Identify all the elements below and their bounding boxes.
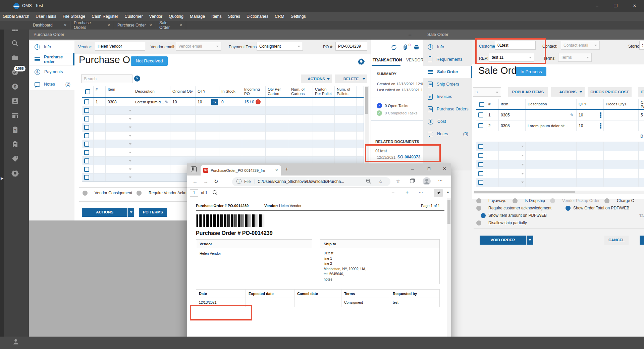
so-nav-invoices[interactable]: INInvoices bbox=[423, 91, 471, 103]
back-icon[interactable]: ← bbox=[193, 179, 198, 184]
user-profile-icon[interactable] bbox=[12, 338, 19, 345]
po-empty-row[interactable] bbox=[82, 132, 364, 140]
po-number-input[interactable] bbox=[335, 42, 367, 51]
table-settings-gear-icon[interactable] bbox=[358, 58, 365, 65]
settings-gear-icon[interactable] bbox=[11, 169, 19, 177]
so-table-row[interactable]: 2 0308 Lorem ipsum dolor sit... 10 bbox=[476, 120, 644, 131]
tab-close-icon[interactable]: ✕ bbox=[275, 168, 278, 172]
favorites-bar-icon[interactable]: ☆︎ bbox=[396, 178, 400, 184]
browser-minimize-button[interactable]: – bbox=[411, 166, 414, 171]
po-actions-button[interactable]: ACTIONS bbox=[301, 74, 332, 83]
row-checkbox[interactable] bbox=[478, 180, 483, 185]
address-url[interactable]: C:/Users/Karina_Shchitova/Downloads/Purc… bbox=[258, 179, 362, 184]
tab-close-icon[interactable]: ✕ bbox=[149, 23, 152, 28]
menu-cash-register[interactable]: Cash Register bbox=[92, 14, 118, 19]
window-close-button[interactable]: ✕ bbox=[631, 3, 638, 9]
pdf-zoom-in-icon[interactable]: + bbox=[406, 189, 409, 195]
po-empty-row[interactable] bbox=[82, 106, 364, 115]
so-nav-sale-order[interactable]: Sale Order bbox=[423, 66, 472, 78]
po-search-input[interactable] bbox=[81, 74, 132, 83]
add-favorite-star-icon[interactable]: ☆ bbox=[378, 179, 383, 185]
po-nav-purchase-order[interactable]: Purchase order bbox=[30, 53, 74, 65]
incoming-po-link[interactable]: 15 / 0 bbox=[244, 100, 254, 104]
discount-link[interactable]: D bbox=[640, 134, 643, 139]
row-checkbox[interactable] bbox=[478, 153, 483, 158]
payment-terms-dropdown[interactable]: Consigment bbox=[257, 42, 303, 51]
row-checkbox[interactable] bbox=[84, 150, 89, 155]
popular-items-button[interactable]: POPULAR ITEMS bbox=[508, 87, 548, 97]
browser-close-button[interactable]: ✕ bbox=[443, 166, 446, 171]
forward-icon[interactable]: → bbox=[203, 179, 208, 184]
so-empty-row[interactable] bbox=[476, 151, 644, 160]
po-nav-notes[interactable]: Notes(2) bbox=[30, 78, 74, 90]
store-input[interactable] bbox=[639, 41, 644, 50]
so-empty-row[interactable] bbox=[476, 160, 644, 169]
row-checkbox[interactable] bbox=[84, 167, 89, 172]
so-table-hscrollbar[interactable] bbox=[474, 191, 644, 194]
row-checkbox[interactable] bbox=[478, 123, 483, 128]
so-empty-row[interactable] bbox=[476, 142, 644, 151]
row-checkbox[interactable] bbox=[478, 112, 483, 117]
items-button-cut[interactable]: IT bbox=[638, 87, 644, 97]
menu-crm[interactable]: CRM bbox=[275, 14, 284, 19]
po-nav-info[interactable]: iInfo bbox=[30, 41, 74, 53]
clipboard-question-icon[interactable]: ? bbox=[11, 126, 19, 134]
row-checkbox[interactable] bbox=[478, 162, 483, 167]
edit-pencil-icon[interactable]: ✎ bbox=[570, 113, 574, 117]
so-nav-purchase-orders[interactable]: POPurchase Orders bbox=[423, 103, 471, 115]
terms-dropdown[interactable]: Terms bbox=[558, 53, 592, 62]
row-checkbox[interactable] bbox=[84, 108, 89, 113]
so-filter-dropdown[interactable]: s bbox=[473, 87, 501, 97]
po-empty-row[interactable] bbox=[82, 123, 364, 132]
page-info-icon[interactable]: i bbox=[236, 179, 241, 184]
scroll-up-arrow[interactable]: ▲ bbox=[446, 190, 449, 194]
row-menu-icon[interactable] bbox=[600, 123, 601, 129]
menu-manage[interactable]: Manage bbox=[190, 14, 205, 19]
new-tab-icon[interactable]: + bbox=[285, 166, 288, 172]
check-price-cost-button[interactable]: CHECK PRICE COST bbox=[588, 87, 632, 97]
menu-customer[interactable]: Customer bbox=[124, 14, 143, 19]
so-nav-cost[interactable]: $Cost bbox=[423, 115, 471, 128]
void-order-button[interactable]: VOID ORDER bbox=[480, 236, 526, 245]
files-icon[interactable] bbox=[11, 54, 19, 62]
menu-settings[interactable]: Settings bbox=[291, 14, 306, 19]
menu-global-search[interactable]: Global Search bbox=[3, 14, 29, 19]
menu-stores[interactable]: Stores bbox=[228, 14, 240, 19]
row-checkbox[interactable] bbox=[478, 144, 483, 149]
tab-sale-order[interactable]: Sale Order✕ bbox=[156, 21, 186, 30]
browser-tab[interactable]: PDF PurchaseOrder_PO-0014239_fro ✕ bbox=[201, 165, 281, 176]
vendor-email-dropdown[interactable]: Vendor email bbox=[176, 42, 221, 51]
po-footer-actions-dropdown[interactable] bbox=[128, 208, 134, 217]
tab-actions-icon[interactable] bbox=[191, 166, 197, 172]
row-checkbox[interactable] bbox=[84, 99, 89, 104]
select-all-checkbox[interactable] bbox=[85, 89, 90, 94]
save-button-cut[interactable] bbox=[640, 236, 644, 245]
so-table-row[interactable]: 1 0305 ✎ 10 5 bbox=[476, 110, 644, 120]
window-minimize-button[interactable]: – bbox=[594, 3, 600, 9]
menu-vendor[interactable]: Vendor bbox=[149, 14, 163, 19]
po-table-row[interactable]: 1 0308 Lorem ipsum d...✎ 10 10S 0 15 / 0… bbox=[82, 98, 364, 106]
pdf-scrollbar[interactable] bbox=[447, 198, 451, 349]
so-empty-row[interactable] bbox=[476, 169, 644, 178]
pdf-pin-icon[interactable] bbox=[434, 189, 443, 197]
window-restore-button[interactable]: ❐ bbox=[612, 3, 619, 9]
clear-search-icon[interactable]: ✕ bbox=[134, 76, 140, 82]
menu-dictionaries[interactable]: Dictionaries bbox=[247, 14, 268, 19]
so-nav-info[interactable]: iInfo bbox=[423, 41, 471, 53]
edit-pencil-icon[interactable]: ✎ bbox=[165, 100, 168, 104]
tab-transaction[interactable]: TRANSACTION bbox=[373, 58, 402, 62]
po-footer-actions-button[interactable]: ACTIONS bbox=[82, 208, 127, 217]
tab-purchase-orders[interactable]: Purchase Orders✕ bbox=[70, 21, 114, 30]
po-empty-row[interactable] bbox=[82, 115, 364, 123]
tab-purchase-order[interactable]: Purchase Order✕ bbox=[114, 21, 156, 30]
tab-close-icon[interactable]: ✕ bbox=[64, 23, 67, 28]
menu-items[interactable]: Items bbox=[211, 14, 222, 19]
menu-quoting[interactable]: Quoting bbox=[169, 14, 183, 19]
clipboard-list-icon[interactable] bbox=[11, 140, 19, 148]
po-terms-button[interactable]: PO TERMS bbox=[139, 208, 167, 217]
pdf-page-input[interactable] bbox=[190, 189, 198, 197]
reload-icon[interactable]: ↻ bbox=[214, 179, 218, 185]
select-all-checkbox[interactable] bbox=[479, 102, 484, 107]
browser-menu-icon[interactable]: ⋯ bbox=[438, 178, 443, 183]
row-checkbox[interactable] bbox=[84, 116, 89, 121]
